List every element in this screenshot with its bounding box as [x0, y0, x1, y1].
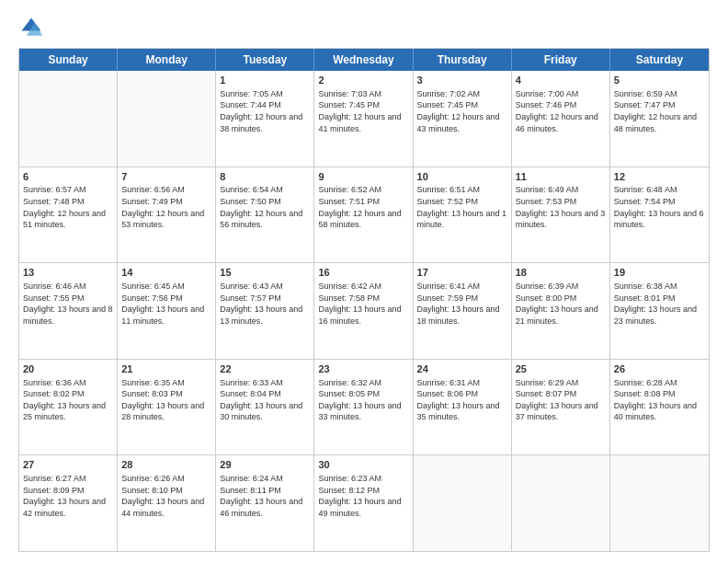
calendar-day-11: 11Sunrise: 6:49 AM Sunset: 7:53 PM Dayli… [512, 167, 610, 263]
day-info: Sunrise: 7:02 AM Sunset: 7:45 PM Dayligh… [417, 88, 507, 134]
calendar-day-20: 20Sunrise: 6:36 AM Sunset: 8:02 PM Dayli… [19, 360, 118, 455]
calendar-week-4: 20Sunrise: 6:36 AM Sunset: 8:02 PM Dayli… [19, 359, 709, 455]
day-header-tuesday: Tuesday [216, 49, 314, 71]
calendar-day-15: 15Sunrise: 6:43 AM Sunset: 7:57 PM Dayli… [216, 263, 314, 359]
calendar-day-6: 6Sunrise: 6:57 AM Sunset: 7:48 PM Daylig… [19, 167, 118, 263]
page: SundayMondayTuesdayWednesdayThursdayFrid… [0, 0, 728, 563]
calendar-day-7: 7Sunrise: 6:56 AM Sunset: 7:49 PM Daylig… [118, 167, 216, 263]
calendar-day-1: 1Sunrise: 7:05 AM Sunset: 7:44 PM Daylig… [216, 71, 314, 167]
day-number: 22 [220, 362, 310, 376]
day-header-friday: Friday [512, 49, 610, 71]
calendar-day-9: 9Sunrise: 6:52 AM Sunset: 7:51 PM Daylig… [314, 167, 413, 263]
day-info: Sunrise: 6:24 AM Sunset: 8:11 PM Dayligh… [220, 473, 310, 519]
calendar-empty-cell [414, 455, 512, 551]
day-info: Sunrise: 6:46 AM Sunset: 7:55 PM Dayligh… [23, 281, 113, 327]
logo [18, 15, 48, 40]
calendar-day-16: 16Sunrise: 6:42 AM Sunset: 7:58 PM Dayli… [314, 263, 413, 359]
header [18, 15, 710, 40]
day-header-sunday: Sunday [19, 49, 118, 71]
day-info: Sunrise: 7:05 AM Sunset: 7:44 PM Dayligh… [220, 88, 310, 134]
calendar-week-3: 13Sunrise: 6:46 AM Sunset: 7:55 PM Dayli… [19, 262, 709, 359]
day-info: Sunrise: 6:43 AM Sunset: 7:57 PM Dayligh… [220, 281, 310, 327]
day-number: 23 [318, 362, 408, 376]
calendar-day-28: 28Sunrise: 6:26 AM Sunset: 8:10 PM Dayli… [118, 455, 216, 551]
day-number: 16 [318, 266, 408, 280]
day-header-wednesday: Wednesday [314, 49, 413, 71]
calendar-day-27: 27Sunrise: 6:27 AM Sunset: 8:09 PM Dayli… [19, 455, 118, 551]
calendar-day-22: 22Sunrise: 6:33 AM Sunset: 8:04 PM Dayli… [216, 360, 314, 455]
day-info: Sunrise: 6:27 AM Sunset: 8:09 PM Dayligh… [23, 473, 113, 519]
day-info: Sunrise: 6:35 AM Sunset: 8:03 PM Dayligh… [121, 377, 211, 423]
day-info: Sunrise: 6:28 AM Sunset: 8:08 PM Dayligh… [614, 377, 705, 423]
day-info: Sunrise: 6:31 AM Sunset: 8:06 PM Dayligh… [417, 377, 507, 423]
calendar-day-30: 30Sunrise: 6:23 AM Sunset: 8:12 PM Dayli… [314, 455, 413, 551]
day-number: 26 [614, 362, 705, 376]
calendar-day-23: 23Sunrise: 6:32 AM Sunset: 8:05 PM Dayli… [314, 360, 413, 455]
day-info: Sunrise: 6:26 AM Sunset: 8:10 PM Dayligh… [121, 473, 211, 519]
day-info: Sunrise: 6:48 AM Sunset: 7:54 PM Dayligh… [614, 184, 705, 230]
calendar-day-14: 14Sunrise: 6:45 AM Sunset: 7:56 PM Dayli… [118, 263, 216, 359]
calendar-day-24: 24Sunrise: 6:31 AM Sunset: 8:06 PM Dayli… [414, 360, 512, 455]
day-info: Sunrise: 6:38 AM Sunset: 8:01 PM Dayligh… [614, 281, 705, 327]
calendar-day-10: 10Sunrise: 6:51 AM Sunset: 7:52 PM Dayli… [414, 167, 512, 263]
day-info: Sunrise: 6:45 AM Sunset: 7:56 PM Dayligh… [121, 281, 211, 327]
day-info: Sunrise: 6:51 AM Sunset: 7:52 PM Dayligh… [417, 184, 507, 230]
day-number: 12 [614, 170, 705, 184]
calendar-body: 1Sunrise: 7:05 AM Sunset: 7:44 PM Daylig… [19, 71, 709, 551]
calendar-day-25: 25Sunrise: 6:29 AM Sunset: 8:07 PM Dayli… [512, 360, 610, 455]
day-info: Sunrise: 6:29 AM Sunset: 8:07 PM Dayligh… [516, 377, 606, 423]
calendar-day-13: 13Sunrise: 6:46 AM Sunset: 7:55 PM Dayli… [19, 263, 118, 359]
day-info: Sunrise: 6:23 AM Sunset: 8:12 PM Dayligh… [318, 473, 408, 519]
calendar-day-3: 3Sunrise: 7:02 AM Sunset: 7:45 PM Daylig… [414, 71, 512, 167]
logo-icon [18, 15, 44, 40]
calendar-header: SundayMondayTuesdayWednesdayThursdayFrid… [19, 49, 709, 71]
day-number: 4 [516, 74, 606, 87]
day-info: Sunrise: 6:59 AM Sunset: 7:47 PM Dayligh… [614, 88, 705, 134]
calendar-day-18: 18Sunrise: 6:39 AM Sunset: 8:00 PM Dayli… [512, 263, 610, 359]
calendar-empty-cell [118, 71, 216, 167]
day-info: Sunrise: 6:56 AM Sunset: 7:49 PM Dayligh… [121, 184, 211, 230]
day-number: 7 [121, 170, 211, 184]
day-number: 17 [417, 266, 507, 280]
calendar-day-2: 2Sunrise: 7:03 AM Sunset: 7:45 PM Daylig… [314, 71, 413, 167]
day-number: 30 [318, 458, 408, 472]
day-number: 29 [220, 458, 310, 472]
calendar-day-29: 29Sunrise: 6:24 AM Sunset: 8:11 PM Dayli… [216, 455, 314, 551]
calendar-day-8: 8Sunrise: 6:54 AM Sunset: 7:50 PM Daylig… [216, 167, 314, 263]
calendar-week-5: 27Sunrise: 6:27 AM Sunset: 8:09 PM Dayli… [19, 454, 709, 551]
day-number: 13 [23, 266, 113, 280]
day-number: 10 [417, 170, 507, 184]
day-number: 20 [23, 362, 113, 376]
day-number: 3 [417, 74, 507, 87]
calendar-day-5: 5Sunrise: 6:59 AM Sunset: 7:47 PM Daylig… [610, 71, 709, 167]
day-info: Sunrise: 6:39 AM Sunset: 8:00 PM Dayligh… [516, 281, 606, 327]
calendar-week-1: 1Sunrise: 7:05 AM Sunset: 7:44 PM Daylig… [19, 71, 709, 167]
calendar-day-26: 26Sunrise: 6:28 AM Sunset: 8:08 PM Dayli… [610, 360, 709, 455]
day-info: Sunrise: 6:52 AM Sunset: 7:51 PM Dayligh… [318, 184, 408, 230]
day-number: 15 [220, 266, 310, 280]
calendar-empty-cell [610, 455, 709, 551]
calendar-day-21: 21Sunrise: 6:35 AM Sunset: 8:03 PM Dayli… [118, 360, 216, 455]
day-number: 8 [220, 170, 310, 184]
day-info: Sunrise: 6:42 AM Sunset: 7:58 PM Dayligh… [318, 281, 408, 327]
day-info: Sunrise: 6:49 AM Sunset: 7:53 PM Dayligh… [516, 184, 606, 230]
day-number: 19 [614, 266, 705, 280]
calendar-day-4: 4Sunrise: 7:00 AM Sunset: 7:46 PM Daylig… [512, 71, 610, 167]
day-number: 5 [614, 74, 705, 87]
day-number: 24 [417, 362, 507, 376]
calendar-day-12: 12Sunrise: 6:48 AM Sunset: 7:54 PM Dayli… [610, 167, 709, 263]
day-header-monday: Monday [118, 49, 216, 71]
day-info: Sunrise: 6:41 AM Sunset: 7:59 PM Dayligh… [417, 281, 507, 327]
calendar: SundayMondayTuesdayWednesdayThursdayFrid… [18, 48, 710, 552]
day-info: Sunrise: 6:57 AM Sunset: 7:48 PM Dayligh… [23, 184, 113, 230]
day-number: 27 [23, 458, 113, 472]
calendar-day-17: 17Sunrise: 6:41 AM Sunset: 7:59 PM Dayli… [414, 263, 512, 359]
day-info: Sunrise: 6:54 AM Sunset: 7:50 PM Dayligh… [220, 184, 310, 230]
calendar-week-2: 6Sunrise: 6:57 AM Sunset: 7:48 PM Daylig… [19, 167, 709, 263]
day-number: 21 [121, 362, 211, 376]
day-number: 6 [23, 170, 113, 184]
day-header-saturday: Saturday [610, 49, 709, 71]
day-info: Sunrise: 6:36 AM Sunset: 8:02 PM Dayligh… [23, 377, 113, 423]
day-info: Sunrise: 6:33 AM Sunset: 8:04 PM Dayligh… [220, 377, 310, 423]
day-header-thursday: Thursday [414, 49, 512, 71]
